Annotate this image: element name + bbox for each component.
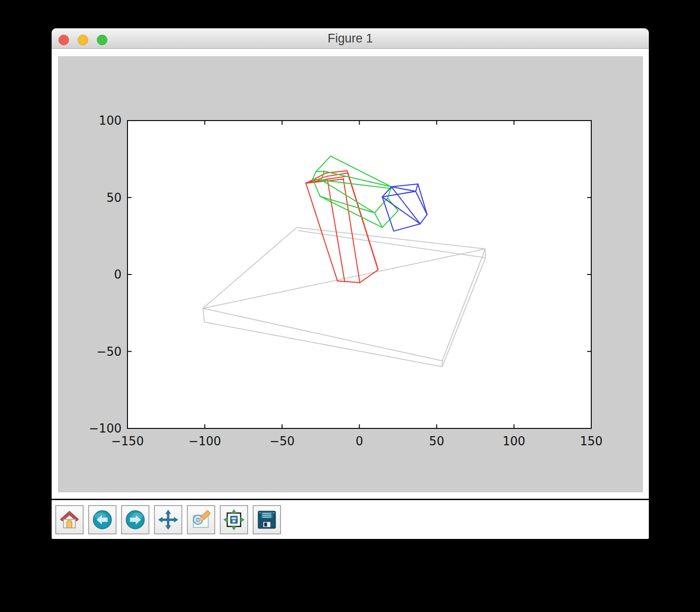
figure-window: Figure 1 −150−100−50050100150−100−500501… xyxy=(52,28,649,539)
window-title: Figure 1 xyxy=(52,29,649,48)
move-arrows-icon xyxy=(158,509,179,530)
floppy-disk-icon xyxy=(256,509,277,530)
title-bar[interactable]: Figure 1 xyxy=(52,28,649,49)
x-tick-label: 0 xyxy=(355,434,363,448)
y-tick-label: −100 xyxy=(89,422,122,435)
y-tick-label: 0 xyxy=(114,268,122,281)
home-button[interactable] xyxy=(55,505,84,534)
x-tick-label: −150 xyxy=(111,434,143,448)
axes-background xyxy=(127,121,591,428)
zoom-to-rect-button[interactable] xyxy=(187,505,215,534)
y-tick-label: −50 xyxy=(96,345,122,359)
home-icon xyxy=(59,509,80,530)
navigation-toolbar xyxy=(52,500,649,539)
x-tick-label: −50 xyxy=(270,434,295,448)
configure-subplots-button[interactable] xyxy=(220,505,248,534)
y-tick-label: 100 xyxy=(99,114,122,127)
back-arrow-icon xyxy=(92,509,113,530)
figure-canvas[interactable]: −150−100−50050100150−100−50050100 xyxy=(52,49,649,499)
plot-area[interactable]: −150−100−50050100150−100−50050100 xyxy=(58,56,643,492)
x-tick-label: 50 xyxy=(429,434,444,448)
x-tick-label: 150 xyxy=(580,434,603,448)
pan-button[interactable] xyxy=(154,505,182,534)
magnifier-pencil-icon xyxy=(191,509,212,530)
desktop: { "window": { "title": "Figure 1", "traf… xyxy=(0,0,700,612)
x-tick-label: −100 xyxy=(188,434,221,448)
matplotlib-figure: −150−100−50050100150−100−50050100 xyxy=(58,56,643,492)
subplots-icon xyxy=(223,509,244,530)
forward-button[interactable] xyxy=(121,505,149,534)
y-tick-label: 50 xyxy=(106,191,122,205)
back-button[interactable] xyxy=(88,505,117,534)
forward-arrow-icon xyxy=(125,509,146,530)
x-tick-label: 100 xyxy=(503,434,525,448)
save-button[interactable] xyxy=(253,505,281,534)
